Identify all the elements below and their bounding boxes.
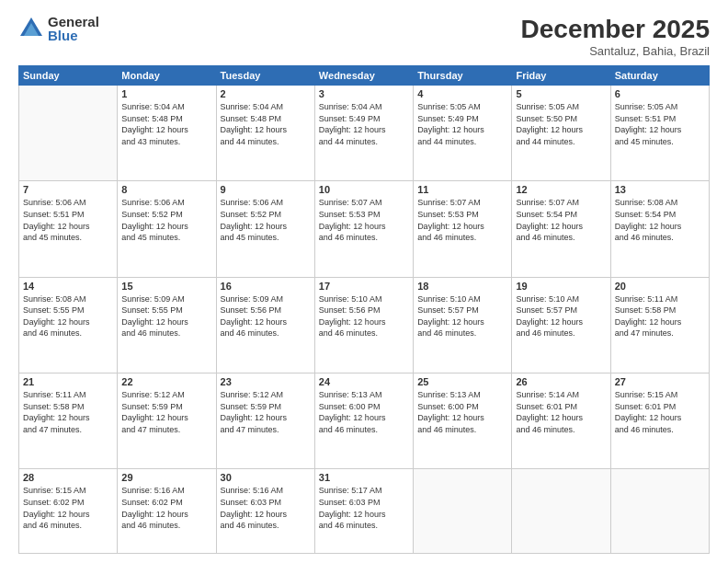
- month-title: December 2025: [521, 15, 710, 44]
- logo-text: General Blue: [48, 15, 99, 42]
- cell-info: Sunrise: 5:11 AM Sunset: 5:58 PM Dayligh…: [23, 389, 113, 435]
- calendar-cell: 21Sunrise: 5:11 AM Sunset: 5:58 PM Dayli…: [19, 373, 118, 469]
- cell-info: Sunrise: 5:10 AM Sunset: 5:57 PM Dayligh…: [516, 293, 606, 339]
- logo-blue: Blue: [48, 29, 99, 42]
- day-number: 22: [121, 376, 211, 387]
- cell-info: Sunrise: 5:16 AM Sunset: 6:03 PM Dayligh…: [221, 485, 311, 531]
- calendar-cell: [414, 469, 512, 554]
- location-subtitle: Santaluz, Bahia, Brazil: [521, 44, 710, 58]
- calendar-cell: 14Sunrise: 5:08 AM Sunset: 5:55 PM Dayli…: [19, 277, 118, 373]
- calendar-day-header: Friday: [512, 66, 610, 86]
- calendar-cell: 3Sunrise: 5:04 AM Sunset: 5:49 PM Daylig…: [314, 86, 413, 181]
- logo-icon: [18, 16, 44, 41]
- calendar-cell: 16Sunrise: 5:09 AM Sunset: 5:56 PM Dayli…: [216, 277, 314, 373]
- cell-info: Sunrise: 5:12 AM Sunset: 5:59 PM Dayligh…: [221, 389, 311, 435]
- header: General Blue December 2025 Santaluz, Bah…: [18, 15, 710, 58]
- day-number: 17: [319, 281, 409, 292]
- day-number: 1: [121, 88, 211, 99]
- cell-info: Sunrise: 5:06 AM Sunset: 5:52 PM Dayligh…: [221, 197, 311, 243]
- calendar-day-header: Tuesday: [216, 66, 314, 86]
- cell-info: Sunrise: 5:15 AM Sunset: 6:01 PM Dayligh…: [615, 389, 705, 435]
- calendar-cell: 22Sunrise: 5:12 AM Sunset: 5:59 PM Dayli…: [118, 373, 216, 469]
- calendar-cell: 25Sunrise: 5:13 AM Sunset: 6:00 PM Dayli…: [414, 373, 512, 469]
- cell-info: Sunrise: 5:07 AM Sunset: 5:54 PM Dayligh…: [516, 197, 606, 243]
- day-number: 23: [221, 376, 311, 387]
- calendar-header-row: SundayMondayTuesdayWednesdayThursdayFrid…: [19, 66, 710, 86]
- logo-general: General: [48, 15, 99, 29]
- day-number: 7: [23, 184, 113, 195]
- calendar-cell: 24Sunrise: 5:13 AM Sunset: 6:00 PM Dayli…: [314, 373, 413, 469]
- cell-info: Sunrise: 5:05 AM Sunset: 5:50 PM Dayligh…: [516, 101, 606, 147]
- day-number: 30: [221, 472, 311, 483]
- calendar-cell: 20Sunrise: 5:11 AM Sunset: 5:58 PM Dayli…: [610, 277, 709, 373]
- day-number: 16: [221, 281, 311, 292]
- calendar-cell: 7Sunrise: 5:06 AM Sunset: 5:51 PM Daylig…: [19, 181, 118, 277]
- cell-info: Sunrise: 5:04 AM Sunset: 5:48 PM Dayligh…: [221, 101, 311, 147]
- title-block: December 2025 Santaluz, Bahia, Brazil: [521, 15, 710, 58]
- cell-info: Sunrise: 5:13 AM Sunset: 6:00 PM Dayligh…: [417, 389, 507, 435]
- cell-info: Sunrise: 5:06 AM Sunset: 5:52 PM Dayligh…: [121, 197, 211, 243]
- calendar-cell: 19Sunrise: 5:10 AM Sunset: 5:57 PM Dayli…: [512, 277, 610, 373]
- cell-info: Sunrise: 5:10 AM Sunset: 5:57 PM Dayligh…: [417, 293, 507, 339]
- calendar-week-row: 14Sunrise: 5:08 AM Sunset: 5:55 PM Dayli…: [19, 277, 710, 373]
- calendar-table: SundayMondayTuesdayWednesdayThursdayFrid…: [18, 65, 710, 554]
- calendar-cell: 28Sunrise: 5:15 AM Sunset: 6:02 PM Dayli…: [19, 469, 118, 554]
- day-number: 28: [23, 472, 113, 483]
- day-number: 21: [23, 376, 113, 387]
- day-number: 3: [319, 88, 409, 99]
- calendar-week-row: 28Sunrise: 5:15 AM Sunset: 6:02 PM Dayli…: [19, 469, 710, 554]
- cell-info: Sunrise: 5:09 AM Sunset: 5:56 PM Dayligh…: [221, 293, 311, 339]
- calendar-day-header: Saturday: [610, 66, 709, 86]
- cell-info: Sunrise: 5:15 AM Sunset: 6:02 PM Dayligh…: [23, 485, 113, 531]
- cell-info: Sunrise: 5:08 AM Sunset: 5:55 PM Dayligh…: [23, 293, 113, 339]
- cell-info: Sunrise: 5:05 AM Sunset: 5:49 PM Dayligh…: [417, 101, 507, 147]
- cell-info: Sunrise: 5:16 AM Sunset: 6:02 PM Dayligh…: [121, 485, 211, 531]
- day-number: 11: [417, 184, 507, 195]
- cell-info: Sunrise: 5:09 AM Sunset: 5:55 PM Dayligh…: [121, 293, 211, 339]
- day-number: 2: [221, 88, 311, 99]
- cell-info: Sunrise: 5:06 AM Sunset: 5:51 PM Dayligh…: [23, 197, 113, 243]
- calendar-cell: 18Sunrise: 5:10 AM Sunset: 5:57 PM Dayli…: [414, 277, 512, 373]
- cell-info: Sunrise: 5:12 AM Sunset: 5:59 PM Dayligh…: [121, 389, 211, 435]
- day-number: 12: [516, 184, 606, 195]
- day-number: 8: [121, 184, 211, 195]
- cell-info: Sunrise: 5:05 AM Sunset: 5:51 PM Dayligh…: [615, 101, 705, 147]
- day-number: 20: [615, 281, 705, 292]
- cell-info: Sunrise: 5:11 AM Sunset: 5:58 PM Dayligh…: [615, 293, 705, 339]
- day-number: 6: [615, 88, 705, 99]
- calendar-cell: 13Sunrise: 5:08 AM Sunset: 5:54 PM Dayli…: [610, 181, 709, 277]
- calendar-cell: 26Sunrise: 5:14 AM Sunset: 6:01 PM Dayli…: [512, 373, 610, 469]
- calendar-cell: 4Sunrise: 5:05 AM Sunset: 5:49 PM Daylig…: [414, 86, 512, 181]
- calendar-cell: 23Sunrise: 5:12 AM Sunset: 5:59 PM Dayli…: [216, 373, 314, 469]
- calendar-cell: [512, 469, 610, 554]
- calendar-cell: [610, 469, 709, 554]
- cell-info: Sunrise: 5:13 AM Sunset: 6:00 PM Dayligh…: [319, 389, 409, 435]
- day-number: 14: [23, 281, 113, 292]
- cell-info: Sunrise: 5:08 AM Sunset: 5:54 PM Dayligh…: [615, 197, 705, 243]
- calendar-week-row: 1Sunrise: 5:04 AM Sunset: 5:48 PM Daylig…: [19, 86, 710, 181]
- day-number: 31: [319, 472, 409, 483]
- day-number: 13: [615, 184, 705, 195]
- cell-info: Sunrise: 5:14 AM Sunset: 6:01 PM Dayligh…: [516, 389, 606, 435]
- day-number: 26: [516, 376, 606, 387]
- calendar-cell: 1Sunrise: 5:04 AM Sunset: 5:48 PM Daylig…: [118, 86, 216, 181]
- calendar-cell: 8Sunrise: 5:06 AM Sunset: 5:52 PM Daylig…: [118, 181, 216, 277]
- calendar-cell: [19, 86, 118, 181]
- calendar-cell: 29Sunrise: 5:16 AM Sunset: 6:02 PM Dayli…: [118, 469, 216, 554]
- calendar-day-header: Wednesday: [314, 66, 413, 86]
- calendar-cell: 31Sunrise: 5:17 AM Sunset: 6:03 PM Dayli…: [314, 469, 413, 554]
- calendar-cell: 6Sunrise: 5:05 AM Sunset: 5:51 PM Daylig…: [610, 86, 709, 181]
- cell-info: Sunrise: 5:10 AM Sunset: 5:56 PM Dayligh…: [319, 293, 409, 339]
- day-number: 18: [417, 281, 507, 292]
- day-number: 10: [319, 184, 409, 195]
- day-number: 25: [417, 376, 507, 387]
- day-number: 4: [417, 88, 507, 99]
- day-number: 15: [121, 281, 211, 292]
- calendar-day-header: Thursday: [414, 66, 512, 86]
- cell-info: Sunrise: 5:17 AM Sunset: 6:03 PM Dayligh…: [319, 485, 409, 531]
- cell-info: Sunrise: 5:07 AM Sunset: 5:53 PM Dayligh…: [417, 197, 507, 243]
- calendar-day-header: Sunday: [19, 66, 118, 86]
- calendar-week-row: 7Sunrise: 5:06 AM Sunset: 5:51 PM Daylig…: [19, 181, 710, 277]
- calendar-cell: 10Sunrise: 5:07 AM Sunset: 5:53 PM Dayli…: [314, 181, 413, 277]
- calendar-cell: 11Sunrise: 5:07 AM Sunset: 5:53 PM Dayli…: [414, 181, 512, 277]
